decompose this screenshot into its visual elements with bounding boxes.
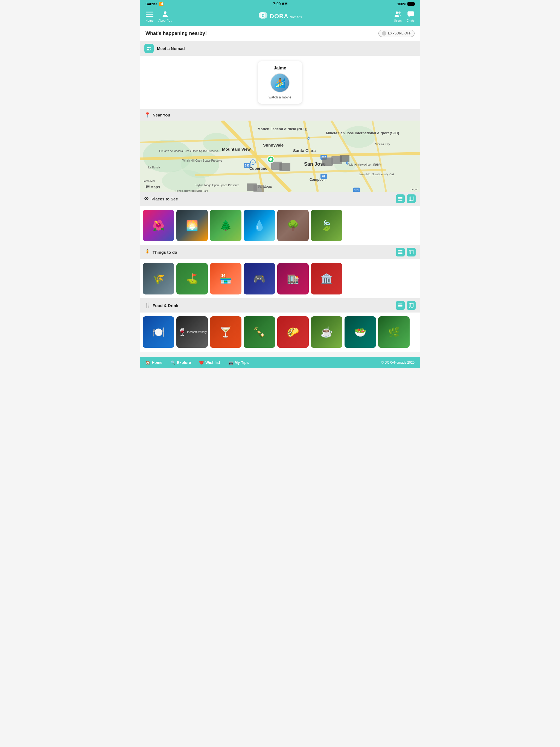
things-to-do-header: 🧍 Things to do: [140, 245, 420, 259]
svg-text:87: 87: [322, 175, 325, 178]
svg-text:8: 8: [252, 161, 254, 164]
places-to-see-actions: [396, 195, 416, 203]
meet-nomad-header: Meet a Nomad: [140, 41, 420, 56]
person-arms-icon: 🧍: [144, 249, 150, 255]
svg-text:Loma Mar: Loma Mar: [143, 180, 155, 183]
things-to-do-title: Things to do: [153, 250, 177, 255]
svg-text:Moffett Federal Airfield (NUQ): Moffett Federal Airfield (NUQ): [258, 127, 307, 131]
hamburger-icon: [146, 10, 153, 18]
svg-text:Santa Clara: Santa Clara: [293, 148, 316, 153]
bottom-home-label: Home: [152, 360, 162, 365]
meet-nomad-title: Meet a Nomad: [157, 46, 185, 51]
svg-text:El Corte de Madera Creek Open : El Corte de Madera Creek Open Space Pres…: [159, 150, 219, 153]
things-map-view-btn[interactable]: [407, 248, 416, 256]
bottom-wishlist-icon: ❤️: [199, 360, 204, 365]
place-thumb-5[interactable]: 🌳: [277, 210, 309, 241]
svg-rect-60: [339, 155, 350, 162]
food-drink-header: 🍴 Food & Drink: [140, 298, 420, 312]
food-thumb-1[interactable]: 🍽️: [143, 316, 174, 348]
chat-icon: [407, 10, 414, 18]
svg-text:Joseph D. Grant County Park: Joseph D. Grant County Park: [359, 173, 395, 176]
svg-text:Mineta San Jose International : Mineta San Jose International Airport (S…: [326, 131, 399, 135]
logo-text-area: DORA Nomads: [270, 13, 302, 20]
food-list-view-btn[interactable]: [396, 301, 405, 310]
logo-icon: D: [258, 11, 268, 21]
bottom-nav-home[interactable]: 🏠 Home: [146, 360, 162, 365]
bottom-nav-wishlist[interactable]: ❤️ Wishlist: [199, 360, 220, 365]
places-list-view-btn[interactable]: [396, 195, 405, 203]
toggle-circle: [382, 31, 386, 35]
battery-percentage: 100%: [397, 2, 406, 6]
food-thumb-7[interactable]: 🥗: [345, 316, 376, 348]
places-to-see-thumbs: 🌺 🌅 🌲 💧 🌳 🍃: [140, 206, 420, 245]
status-left: Carrier 📶: [146, 2, 163, 6]
nomad-avatar: 🏄: [271, 73, 289, 93]
svg-text:🗺 Maps: 🗺 Maps: [146, 185, 160, 189]
food-thumb-4[interactable]: 🍾: [244, 316, 275, 348]
nomad-activity: watch a movie: [265, 95, 295, 99]
bottom-wishlist-label: Wishlist: [205, 360, 220, 365]
place-thumb-3[interactable]: 🌲: [210, 210, 241, 241]
places-to-see-header: 👁 Places to See: [140, 192, 420, 206]
explore-toggle[interactable]: EXPLORE OFF: [378, 30, 414, 37]
svg-rect-2: [146, 16, 153, 17]
svg-marker-82: [409, 250, 413, 254]
bottom-tips-icon: 📷: [228, 360, 233, 365]
map-icon: [409, 303, 414, 308]
svg-text:Reid-Hillview Airport (RHV): Reid-Hillview Airport (RHV): [348, 163, 381, 166]
svg-text:Windy Hill Open Space Preserve: Windy Hill Open Space Preserve: [182, 159, 222, 162]
thing-thumb-5[interactable]: 🏬: [277, 263, 309, 294]
food-drink-actions: [396, 301, 416, 310]
place-thumb-2[interactable]: 🌅: [176, 210, 208, 241]
food-drink-thumbs: 🍽️ 🍷Picchetti Winery 🍸 🍾 🌮 ☕ 🥗 🌿: [140, 312, 420, 352]
map-icon: [409, 250, 414, 255]
svg-rect-87: [399, 307, 403, 307]
list-icon: [398, 196, 403, 201]
svg-point-7: [396, 11, 398, 14]
svg-rect-9: [407, 11, 414, 16]
near-you-title: Near You: [153, 113, 170, 117]
bottom-nav: 🏠 Home 🔍 Explore ❤️ Wishlist 📷 My Tips ©…: [140, 357, 420, 368]
group-icon: [394, 10, 402, 18]
nav-chats[interactable]: Chats: [407, 10, 414, 22]
nomad-name: Jaime: [265, 66, 295, 71]
svg-rect-1: [146, 14, 153, 15]
fork-knife-icon: 🍴: [144, 302, 150, 308]
header-left-nav: Home About You: [146, 10, 173, 22]
nomad-card[interactable]: Jaime 🏄 watch a movie: [258, 61, 302, 104]
svg-rect-73: [399, 197, 403, 198]
nomad-area: Jaime 🏄 watch a movie: [140, 56, 420, 109]
things-list-view-btn[interactable]: [396, 248, 405, 256]
food-map-view-btn[interactable]: [407, 301, 416, 310]
bottom-nav-explore[interactable]: 🔍 Explore: [171, 360, 191, 365]
svg-rect-62: [253, 185, 264, 192]
nav-users[interactable]: Users: [394, 10, 402, 22]
map-container[interactable]: Moffett Federal Airfield (NUQ) Mineta Sa…: [140, 121, 420, 192]
list-icon: [398, 303, 403, 308]
things-to-do-actions: [396, 248, 416, 256]
food-thumb-8[interactable]: 🌿: [378, 316, 410, 348]
place-thumb-1[interactable]: 🌺: [143, 210, 174, 241]
eye-icon: 👁: [144, 196, 149, 202]
place-thumb-6[interactable]: 🍃: [311, 210, 342, 241]
svg-text:Legal: Legal: [411, 188, 417, 191]
bottom-nav-my-tips[interactable]: 📷 My Tips: [228, 360, 249, 365]
thing-thumb-3[interactable]: 🏪: [210, 263, 241, 294]
thing-thumb-6[interactable]: 🏛️: [311, 263, 342, 294]
nav-home[interactable]: Home: [146, 10, 153, 22]
things-to-do-thumbs: 🌾 ⛳ 🏪 🎮 🏬 🏛️: [140, 259, 420, 298]
svg-text:La Honda: La Honda: [148, 166, 160, 169]
bottom-tips-label: My Tips: [235, 360, 249, 365]
thing-thumb-1[interactable]: 🌾: [143, 263, 174, 294]
food-thumb-6[interactable]: ☕: [311, 316, 342, 348]
place-thumb-4[interactable]: 💧: [244, 210, 275, 241]
nav-about-you[interactable]: About You: [158, 10, 172, 22]
svg-point-8: [399, 11, 401, 14]
food-thumb-3[interactable]: 🍸: [210, 316, 241, 348]
thing-thumb-4[interactable]: 🎮: [244, 263, 275, 294]
person-icon: [161, 10, 169, 18]
food-thumb-5[interactable]: 🌮: [277, 316, 309, 348]
food-thumb-2[interactable]: 🍷Picchetti Winery: [176, 316, 208, 348]
places-map-view-btn[interactable]: [407, 195, 416, 203]
thing-thumb-2[interactable]: ⛳: [176, 263, 208, 294]
